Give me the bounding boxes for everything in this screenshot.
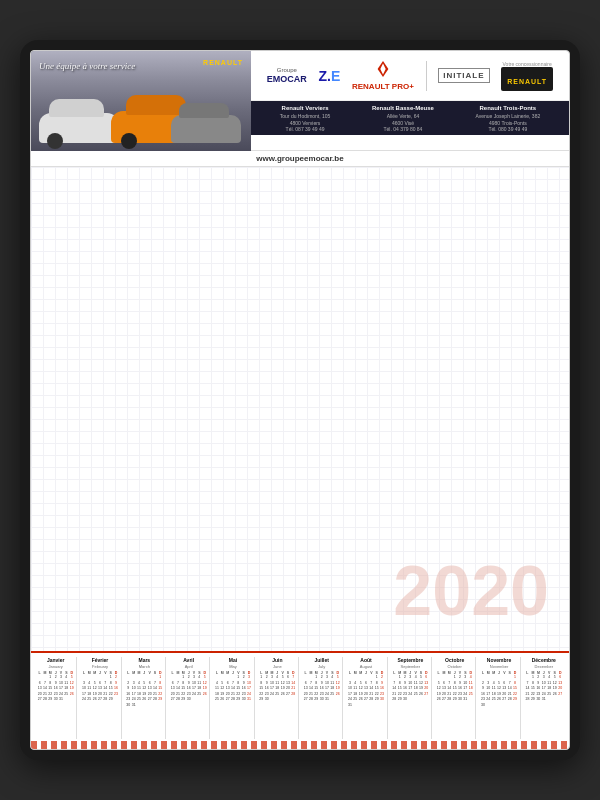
car-shape-white — [39, 113, 119, 143]
month-block: NovembreNovemberLMMJVSD......12345678910… — [478, 657, 520, 739]
renault-caption: Votre concessionnaire RENAULT — [501, 61, 553, 91]
emocar-logo: Groupe EMOCAR — [267, 67, 307, 85]
address-column: Renault Trois-Ponts Avenue Joseph Lainer… — [476, 105, 541, 131]
header-section: Une équipe à votre service RENAULT Group… — [31, 51, 569, 151]
address-column: Renault Basse-Meuse Allée Verte, 644600 … — [372, 105, 434, 131]
slogan-text: Une équipe à votre service — [39, 61, 135, 71]
month-block: DécembreDecemberLMMJVSD.1234567891011121… — [523, 657, 565, 739]
month-block: AoûtAugustLMMJVSD.....123456789101112131… — [345, 657, 387, 739]
logo-bar: Groupe EMOCAR Z.E RENAULT — [251, 51, 569, 150]
month-block: JuilletJulyLMMJVSD..12345678910111213141… — [301, 657, 343, 739]
logo-top: Groupe EMOCAR Z.E RENAULT — [251, 51, 569, 101]
calendar-pad: Une équipe à votre service RENAULT Group… — [30, 50, 570, 750]
address-column: Renault Verviers Tour du Hodimont, 10548… — [280, 105, 331, 131]
month-block: OctobreOctoberLMMJVSD...1234567891011121… — [434, 657, 476, 739]
website-bar: www.groupeemocar.be — [31, 151, 569, 167]
year-watermark: 2020 — [393, 551, 549, 631]
month-block: JanvierJanuaryLMMJVSD..12345678910111213… — [35, 657, 77, 739]
car-image: Une équipe à votre service RENAULT — [31, 51, 251, 151]
notepad-area: 2020 — [31, 167, 569, 651]
initial-logo: INITIALE — [438, 68, 489, 83]
device-frame: Une équipe à votre service RENAULT Group… — [20, 40, 580, 760]
ze-logo: Z.E — [319, 68, 341, 84]
renault-black-logo: RENAULT — [501, 67, 553, 91]
perforated-edge — [31, 741, 569, 749]
renault-diamond-icon — [374, 60, 392, 78]
month-block: MaiMayLMMJVSD....12345678910111213141516… — [212, 657, 254, 739]
month-block: AvrilAprilLMMJVSD..123456789101112131415… — [168, 657, 210, 739]
renault-logo-car: RENAULT — [203, 59, 243, 66]
car-shape-grey — [171, 115, 241, 143]
month-block: MarsMarchLMMJVSD......123456789101112131… — [124, 657, 166, 739]
calendar-section: JanvierJanuaryLMMJVSD..12345678910111213… — [31, 651, 569, 741]
month-block: SeptembreSeptemberLMMJVSD.12345678910111… — [390, 657, 432, 739]
renault-pro-logo: RENAULT PRO+ — [352, 60, 414, 91]
divider — [426, 61, 427, 91]
emocar-logo-group: Groupe EMOCAR — [267, 67, 307, 85]
month-block: FévrierFebruaryLMMJVSD.....1234567891011… — [79, 657, 121, 739]
month-block: JuinJuneLMMJVSD1234567891011121314151617… — [257, 657, 299, 739]
months-grid: JanvierJanuaryLMMJVSD..12345678910111213… — [35, 657, 565, 739]
address-bar: Renault Verviers Tour du Hodimont, 10548… — [251, 101, 569, 135]
